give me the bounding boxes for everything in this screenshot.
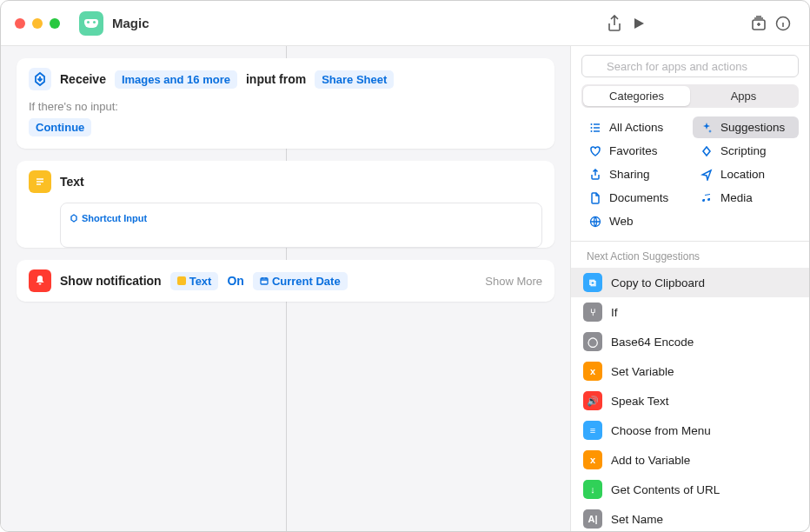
suggestion-icon: x xyxy=(583,450,602,469)
show-more-button[interactable]: Show More xyxy=(485,275,542,288)
suggestion-icon: A| xyxy=(583,509,602,529)
svg-point-4 xyxy=(591,123,593,125)
notify-text-token[interactable]: Text xyxy=(170,272,219,290)
suggestion-add-to-variable[interactable]: xAdd to Variable xyxy=(571,445,809,475)
window-title: Magic xyxy=(112,16,149,30)
category-media[interactable]: Media xyxy=(693,187,799,209)
suggestion-choose-from-menu[interactable]: ≡Choose from Menu xyxy=(571,416,809,445)
share-sheet-token[interactable]: Share Sheet xyxy=(315,70,394,89)
suggestion-set-name[interactable]: A|Set Name xyxy=(571,504,809,531)
suggestion-icon: ⧉ xyxy=(583,273,602,292)
category-web[interactable]: Web xyxy=(581,210,687,232)
music-icon xyxy=(700,192,714,204)
suggestion-icon: x xyxy=(583,362,602,381)
suggestions-heading: Next Action Suggestions xyxy=(571,242,809,268)
minimize-window-button[interactable] xyxy=(32,18,43,29)
close-window-button[interactable] xyxy=(15,18,25,29)
bell-icon xyxy=(29,269,51,292)
suggestion-set-variable[interactable]: xSet Variable xyxy=(571,356,809,386)
share-icon xyxy=(588,169,602,181)
zoom-window-button[interactable] xyxy=(50,18,60,29)
suggestion-get-contents-of-url[interactable]: ↓Get Contents of URL xyxy=(571,475,809,504)
receive-verb: Receive xyxy=(60,72,106,86)
suggestions-list: Next Action Suggestions ⧉Copy to Clipboa… xyxy=(571,242,809,531)
shortcut-icon xyxy=(79,11,103,36)
titlebar: Magic xyxy=(1,1,809,46)
info-button[interactable] xyxy=(771,11,795,36)
svg-point-6 xyxy=(591,130,593,132)
text-field[interactable]: Shortcut Input xyxy=(60,203,542,248)
category-favorites[interactable]: Favorites xyxy=(581,140,687,162)
text-title: Text xyxy=(60,175,84,189)
heart-icon xyxy=(588,145,602,157)
action-text[interactable]: Text Shortcut Input xyxy=(17,161,554,248)
share-button[interactable] xyxy=(602,11,627,36)
segmented-control: Categories Apps xyxy=(581,84,799,108)
library-button[interactable] xyxy=(747,11,771,36)
svg-rect-2 xyxy=(261,278,268,284)
action-show-notification[interactable]: Show notification Text On Current Date S… xyxy=(17,260,554,302)
workflow-editor: Receive Images and 16 more input from Sh… xyxy=(1,46,570,531)
notify-date-token[interactable]: Current Date xyxy=(253,272,348,290)
category-suggestions[interactable]: Suggestions xyxy=(693,116,799,138)
globe-icon xyxy=(588,216,602,228)
segment-categories[interactable]: Categories xyxy=(583,86,690,106)
suggestion-icon: ≡ xyxy=(583,421,602,440)
suggestion-icon: ↓ xyxy=(583,480,602,499)
suggestion-base64-encode[interactable]: ◯Base64 Encode xyxy=(571,327,809,356)
shortcut-input-token[interactable]: Shortcut Input xyxy=(70,213,147,223)
doc-icon xyxy=(588,192,602,204)
no-input-label: If there's no input: xyxy=(17,100,554,118)
category-grid: All ActionsSuggestionsFavoritesScripting… xyxy=(571,116,809,241)
notify-verb: Show notification xyxy=(60,274,162,288)
category-scripting[interactable]: Scripting xyxy=(693,140,799,162)
input-from-label: input from xyxy=(246,72,306,86)
script-icon xyxy=(700,145,714,157)
action-receive[interactable]: Receive Images and 16 more input from Sh… xyxy=(17,58,554,149)
segment-apps[interactable]: Apps xyxy=(690,86,797,106)
run-button[interactable] xyxy=(627,11,651,36)
category-documents[interactable]: Documents xyxy=(581,187,687,209)
receive-icon xyxy=(29,68,51,90)
suggestion-speak-text[interactable]: 🔊Speak Text xyxy=(571,386,809,416)
category-sharing[interactable]: Sharing xyxy=(581,163,687,185)
location-icon xyxy=(700,169,714,181)
continue-token[interactable]: Continue xyxy=(29,118,91,136)
category-location[interactable]: Location xyxy=(693,163,799,185)
search-input[interactable] xyxy=(581,55,799,77)
svg-point-5 xyxy=(591,127,593,129)
suggestion-copy-to-clipboard[interactable]: ⧉Copy to Clipboard xyxy=(571,268,809,297)
category-all-actions[interactable]: All Actions xyxy=(581,116,687,138)
list-icon xyxy=(588,122,602,134)
notify-on-label[interactable]: On xyxy=(227,274,243,288)
suggestion-icon: ◯ xyxy=(583,332,602,351)
sparkle-icon xyxy=(700,122,714,134)
suggestion-icon: 🔊 xyxy=(583,391,602,410)
suggestion-icon: ⑂ xyxy=(583,303,602,322)
input-types-token[interactable]: Images and 16 more xyxy=(115,70,237,89)
traffic-lights xyxy=(15,18,60,29)
actions-sidebar: Categories Apps All ActionsSuggestionsFa… xyxy=(570,46,809,531)
suggestion-if[interactable]: ⑂If xyxy=(571,297,809,327)
text-icon xyxy=(29,170,51,193)
